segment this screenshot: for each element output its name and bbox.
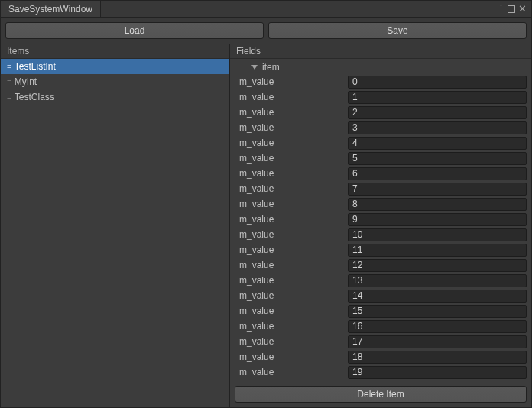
fields-panel: Fields item m_valuem_valuem_valuem_value… (230, 44, 531, 407)
field-input[interactable] (348, 121, 527, 134)
field-input[interactable] (348, 183, 527, 196)
field-row: m_value (235, 212, 527, 227)
field-row: m_value (235, 303, 527, 319)
window-tab[interactable]: SaveSystemWindow (1, 1, 101, 17)
titlebar: SaveSystemWindow ⋮ ✕ (1, 1, 531, 18)
field-label: m_value (235, 183, 343, 194)
field-row: m_value (235, 288, 527, 303)
list-item-label: TestListInt (15, 61, 56, 72)
field-row: m_value (235, 242, 527, 257)
titlebar-controls: ⋮ ✕ (492, 1, 531, 17)
items-panel: Items =TestListInt=MyInt=TestClass (1, 44, 230, 407)
save-button-label: Save (387, 25, 407, 36)
field-label: m_value (235, 336, 343, 347)
window-title: SaveSystemWindow (8, 4, 92, 15)
field-label: m_value (235, 244, 343, 255)
items-header: Items (1, 44, 229, 59)
kebab-menu-icon[interactable]: ⋮ (497, 4, 504, 14)
field-label: m_value (235, 107, 343, 118)
field-row: m_value (235, 334, 527, 349)
field-input[interactable] (348, 366, 527, 379)
field-label: m_value (235, 260, 343, 270)
field-row: m_value (235, 89, 527, 105)
close-icon[interactable]: ✕ (518, 5, 527, 13)
field-row: m_value (235, 151, 527, 166)
list-item[interactable]: =MyInt (1, 74, 229, 89)
drag-handle-icon[interactable]: = (7, 78, 10, 86)
fields-header: Fields (230, 44, 531, 59)
field-row: m_value (235, 166, 527, 181)
field-label: m_value (235, 351, 343, 362)
field-label: m_value (235, 199, 343, 209)
field-label: m_value (235, 153, 343, 164)
field-input[interactable] (348, 137, 527, 150)
fields-body: item m_valuem_valuem_valuem_valuem_value… (230, 59, 531, 383)
field-row: m_value (235, 196, 527, 212)
field-label: m_value (235, 168, 343, 179)
delete-item-button[interactable]: Delete Item (235, 386, 527, 403)
drag-handle-icon[interactable]: = (7, 93, 10, 102)
field-label: m_value (235, 138, 343, 148)
field-input[interactable] (348, 106, 527, 119)
foldout-label: item (262, 62, 280, 73)
field-input[interactable] (348, 76, 527, 89)
field-input[interactable] (348, 152, 527, 165)
maximize-icon[interactable] (508, 5, 515, 13)
load-button[interactable]: Load (5, 22, 264, 39)
field-row: m_value (235, 120, 527, 135)
field-input[interactable] (348, 290, 527, 303)
fields-list: m_valuem_valuem_valuem_valuem_valuem_val… (235, 74, 527, 380)
field-label: m_value (235, 275, 343, 286)
main-body: Items =TestListInt=MyInt=TestClass Field… (1, 44, 531, 407)
field-input[interactable] (348, 198, 527, 211)
save-button[interactable]: Save (268, 22, 527, 39)
field-label: m_value (235, 92, 343, 102)
field-input[interactable] (348, 320, 527, 333)
toolbar: Load Save (1, 18, 531, 44)
list-item-label: MyInt (15, 76, 37, 87)
field-row: m_value (235, 74, 527, 89)
field-row: m_value (235, 105, 527, 120)
field-input[interactable] (348, 274, 527, 287)
load-button-label: Load (125, 25, 145, 36)
field-row: m_value (235, 364, 527, 380)
field-input[interactable] (348, 351, 527, 364)
field-label: m_value (235, 367, 343, 377)
drag-handle-icon[interactable]: = (7, 63, 10, 71)
save-system-window: SaveSystemWindow ⋮ ✕ Load Save Items =Te… (0, 0, 532, 408)
field-label: m_value (235, 306, 343, 316)
delete-item-label: Delete Item (357, 389, 404, 400)
field-input[interactable] (348, 91, 527, 104)
field-row: m_value (235, 227, 527, 242)
field-label: m_value (235, 214, 343, 225)
list-item-label: TestClass (15, 92, 54, 102)
field-row: m_value (235, 273, 527, 288)
field-input[interactable] (348, 167, 527, 180)
field-label: m_value (235, 76, 343, 87)
list-item[interactable]: =TestClass (1, 89, 229, 105)
field-row: m_value (235, 135, 527, 151)
field-row: m_value (235, 257, 527, 273)
field-row: m_value (235, 319, 527, 334)
item-foldout[interactable]: item (235, 60, 527, 74)
field-input[interactable] (348, 259, 527, 272)
field-input[interactable] (348, 335, 527, 348)
field-row: m_value (235, 181, 527, 196)
field-row: m_value (235, 349, 527, 364)
field-input[interactable] (348, 244, 527, 257)
field-input[interactable] (348, 228, 527, 241)
list-item[interactable]: =TestListInt (1, 59, 229, 74)
field-label: m_value (235, 321, 343, 332)
field-label: m_value (235, 122, 343, 133)
field-label: m_value (235, 229, 343, 240)
field-input[interactable] (348, 213, 527, 226)
field-input[interactable] (348, 305, 527, 318)
items-list: =TestListInt=MyInt=TestClass (1, 59, 229, 407)
chevron-down-icon (251, 65, 258, 70)
field-label: m_value (235, 290, 343, 301)
